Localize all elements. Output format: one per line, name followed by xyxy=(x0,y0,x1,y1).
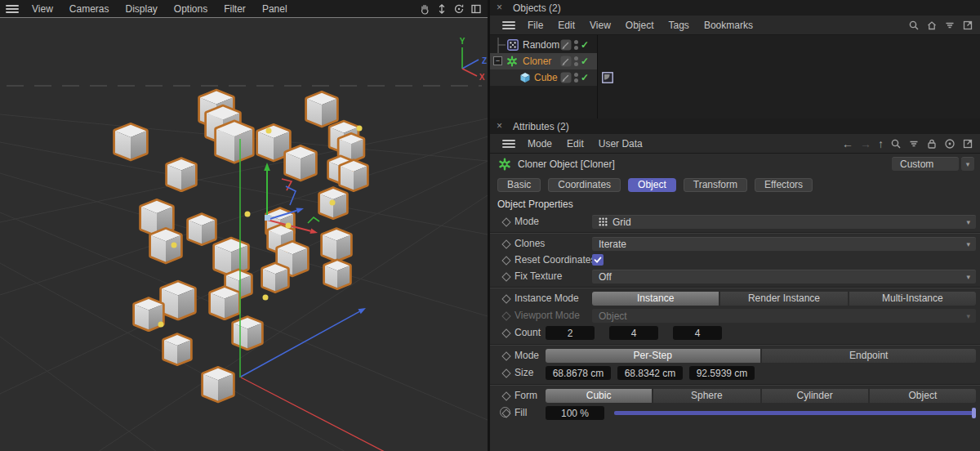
fix-texture-dropdown[interactable]: Off ▾ xyxy=(592,270,976,284)
filter-icon[interactable] xyxy=(908,138,920,150)
menu-user-data[interactable]: User Data xyxy=(591,138,650,150)
layer-pencil-icon[interactable] xyxy=(560,72,572,83)
tab-basic[interactable]: Basic xyxy=(497,178,541,192)
enabled-check-icon[interactable]: ✓ xyxy=(581,39,589,51)
count-y-field[interactable]: 4 xyxy=(609,326,658,340)
search-icon[interactable] xyxy=(890,138,902,150)
segment-multi-instance[interactable]: Multi-Instance xyxy=(849,292,976,306)
attributes-menu-icon[interactable] xyxy=(502,140,515,148)
menu-cameras[interactable]: Cameras xyxy=(61,3,118,15)
fill-slider-thumb[interactable] xyxy=(972,408,976,418)
lock-icon[interactable] xyxy=(926,138,938,150)
cube-clone[interactable] xyxy=(211,288,238,318)
keyframe-diamond-icon[interactable] xyxy=(501,217,510,226)
rotate-view-icon[interactable] xyxy=(453,3,465,15)
viewport-scene[interactable]: YZX xyxy=(0,18,488,451)
size-x-field[interactable]: 68.8678 cm xyxy=(546,366,611,380)
cube-clone[interactable] xyxy=(234,318,261,348)
keyframe-diamond-icon[interactable] xyxy=(501,328,510,337)
size-z-field[interactable]: 92.5939 cm xyxy=(689,366,755,380)
object-row-cube[interactable]: Cube ✓ xyxy=(490,69,597,86)
viewport-3d[interactable]: YZX xyxy=(0,17,488,451)
segment-cylinder[interactable]: Cylinder xyxy=(762,389,868,403)
menu-file[interactable]: File xyxy=(520,20,550,31)
parent-up-icon[interactable]: ↑ xyxy=(878,138,884,150)
preset-dropdown[interactable]: Custom xyxy=(892,157,959,171)
mode-dropdown[interactable]: Grid ▾ xyxy=(592,215,976,229)
rotate-y-handle[interactable] xyxy=(308,217,319,223)
visibility-dots-icon[interactable] xyxy=(574,56,578,66)
cube-clone[interactable] xyxy=(164,335,190,364)
cube-clone[interactable] xyxy=(323,230,350,260)
menu-tags[interactable]: Tags xyxy=(662,20,697,31)
keyframe-diamond-icon[interactable] xyxy=(501,351,510,360)
tab-coordinates[interactable]: Coordinates xyxy=(548,178,621,192)
layer-pencil-icon[interactable] xyxy=(560,39,572,51)
keyframe-diamond-icon[interactable] xyxy=(501,272,510,281)
search-icon[interactable] xyxy=(908,20,920,31)
menu-view-om[interactable]: View xyxy=(582,20,618,31)
clones-dropdown[interactable]: Iterate ▾ xyxy=(592,237,976,251)
home-icon[interactable] xyxy=(926,20,938,31)
zoom-updown-icon[interactable] xyxy=(436,3,448,15)
filter-icon[interactable] xyxy=(944,20,956,31)
object-name[interactable]: Cloner xyxy=(523,53,551,69)
count-x-field[interactable]: 2 xyxy=(546,326,595,340)
keyframe-diamond-icon[interactable] xyxy=(501,294,510,303)
count-z-field[interactable]: 4 xyxy=(673,326,722,340)
objects-menu-icon[interactable] xyxy=(502,21,515,29)
keyframe-diamond-icon[interactable] xyxy=(501,239,510,248)
tab-transform[interactable]: Transform xyxy=(684,178,747,192)
cube-clone[interactable] xyxy=(286,147,315,180)
layer-pencil-icon[interactable] xyxy=(560,56,572,67)
visibility-dots-icon[interactable] xyxy=(574,73,578,83)
history-forward-icon[interactable]: → xyxy=(860,138,871,150)
object-row-cloner[interactable]: Cloner ✓ xyxy=(490,53,597,69)
segment-sphere[interactable]: Sphere xyxy=(653,389,760,403)
cube-clone[interactable] xyxy=(115,125,146,159)
enabled-check-icon[interactable]: ✓ xyxy=(581,72,589,83)
segment-per-step[interactable]: Per-Step xyxy=(546,349,760,363)
cube-clone[interactable] xyxy=(215,239,247,275)
target-icon[interactable] xyxy=(944,138,956,150)
cube-clone[interactable] xyxy=(203,368,233,401)
object-name[interactable]: Cube xyxy=(534,69,558,86)
tab-effectors[interactable]: Effectors xyxy=(755,178,813,192)
phong-tag-icon[interactable] xyxy=(602,72,613,86)
menu-object[interactable]: Object xyxy=(618,20,662,31)
collapse-expander-icon[interactable]: − xyxy=(493,56,502,65)
object-row-random[interactable]: Random ✓ xyxy=(490,37,597,53)
menu-filter[interactable]: Filter xyxy=(216,3,254,15)
keyframe-diamond-icon[interactable] xyxy=(501,256,510,265)
menu-bookmarks[interactable]: Bookmarks xyxy=(697,20,760,31)
segment-instance[interactable]: Instance xyxy=(592,292,719,306)
fill-percent-field[interactable]: 100 % xyxy=(546,406,604,420)
menu-display[interactable]: Display xyxy=(117,3,165,15)
cube-clone[interactable] xyxy=(216,122,252,161)
tab-object[interactable]: Object xyxy=(628,178,676,192)
cube-clone[interactable] xyxy=(263,264,287,291)
cube-clone[interactable] xyxy=(162,283,194,319)
segment-object[interactable]: Object xyxy=(870,389,976,403)
external-window-icon[interactable] xyxy=(962,20,973,31)
history-back-icon[interactable]: ← xyxy=(842,138,853,150)
close-icon[interactable]: × xyxy=(497,118,502,134)
segment-cubic[interactable]: Cubic xyxy=(546,389,652,403)
tree-column-divider[interactable] xyxy=(597,35,598,119)
keyframe-diamond-icon[interactable] xyxy=(501,391,510,400)
viewport-menu-icon[interactable] xyxy=(6,5,19,13)
menu-mode[interactable]: Mode xyxy=(520,138,559,150)
preset-dropdown-arrow[interactable]: ▾ xyxy=(961,157,974,171)
size-y-field[interactable]: 68.8342 cm xyxy=(617,366,683,380)
maximize-viewport-icon[interactable] xyxy=(470,3,482,15)
segment-endpoint[interactable]: Endpoint xyxy=(762,349,977,363)
keyframe-diamond-circle-icon[interactable] xyxy=(500,407,510,418)
menu-view[interactable]: View xyxy=(24,3,61,15)
segment-render-instance[interactable]: Render Instance xyxy=(720,292,847,306)
external-window-icon[interactable] xyxy=(962,138,973,150)
menu-edit[interactable]: Edit xyxy=(550,20,582,31)
object-name[interactable]: Random xyxy=(523,37,559,53)
menu-options[interactable]: Options xyxy=(166,3,216,15)
pan-hand-icon[interactable] xyxy=(419,3,430,15)
menu-edit-attr[interactable]: Edit xyxy=(559,138,591,150)
